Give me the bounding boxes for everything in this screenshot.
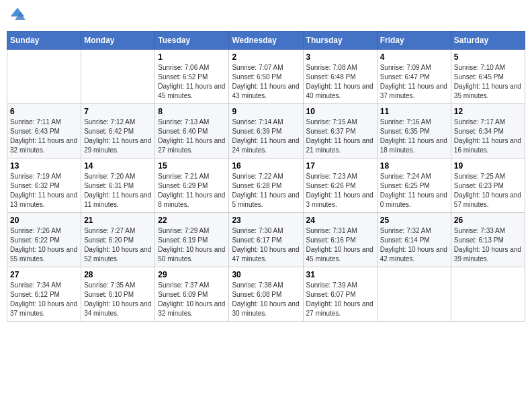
- logo-icon: [9, 7, 26, 23]
- day-number: 22: [158, 216, 226, 225]
- calendar-cell: 3Sunrise: 7:08 AM Sunset: 6:48 PM Daylig…: [303, 50, 377, 104]
- calendar-cell: 15Sunrise: 7:21 AM Sunset: 6:29 PM Dayli…: [155, 158, 229, 213]
- day-number: 20: [10, 216, 78, 225]
- day-info: Sunrise: 7:13 AM Sunset: 6:40 PM Dayligh…: [158, 118, 226, 155]
- day-number: 25: [380, 216, 448, 225]
- calendar-week-row: 1Sunrise: 7:06 AM Sunset: 6:52 PM Daylig…: [7, 50, 525, 104]
- calendar-cell: 16Sunrise: 7:22 AM Sunset: 6:28 PM Dayli…: [229, 158, 303, 213]
- calendar-cell: 30Sunrise: 7:38 AM Sunset: 6:08 PM Dayli…: [229, 267, 303, 322]
- page-header: [7, 7, 525, 26]
- calendar-cell: 23Sunrise: 7:30 AM Sunset: 6:17 PM Dayli…: [229, 213, 303, 267]
- calendar-cell: 26Sunrise: 7:33 AM Sunset: 6:13 PM Dayli…: [451, 213, 525, 267]
- day-info: Sunrise: 7:17 AM Sunset: 6:34 PM Dayligh…: [454, 118, 522, 155]
- day-number: 16: [232, 161, 300, 171]
- day-info: Sunrise: 7:23 AM Sunset: 6:26 PM Dayligh…: [306, 172, 374, 210]
- weekday-header-sunday: Sunday: [7, 32, 81, 50]
- day-number: 4: [380, 52, 448, 62]
- day-info: Sunrise: 7:27 AM Sunset: 6:20 PM Dayligh…: [84, 226, 152, 264]
- calendar-cell: 18Sunrise: 7:24 AM Sunset: 6:25 PM Dayli…: [377, 158, 451, 213]
- day-info: Sunrise: 7:20 AM Sunset: 6:31 PM Dayligh…: [84, 172, 152, 210]
- day-number: 29: [158, 270, 226, 279]
- weekday-header-saturday: Saturday: [451, 32, 525, 50]
- calendar-cell: 6Sunrise: 7:11 AM Sunset: 6:43 PM Daylig…: [7, 104, 81, 158]
- calendar-cell: 17Sunrise: 7:23 AM Sunset: 6:26 PM Dayli…: [303, 158, 377, 213]
- calendar-cell: 12Sunrise: 7:17 AM Sunset: 6:34 PM Dayli…: [451, 104, 525, 158]
- day-info: Sunrise: 7:26 AM Sunset: 6:22 PM Dayligh…: [10, 226, 78, 264]
- day-info: Sunrise: 7:29 AM Sunset: 6:19 PM Dayligh…: [158, 226, 226, 264]
- day-number: 8: [158, 107, 226, 116]
- calendar-cell: 28Sunrise: 7:35 AM Sunset: 6:10 PM Dayli…: [81, 267, 155, 322]
- calendar-cell: 1Sunrise: 7:06 AM Sunset: 6:52 PM Daylig…: [155, 50, 229, 104]
- day-info: Sunrise: 7:06 AM Sunset: 6:52 PM Dayligh…: [158, 63, 226, 101]
- calendar-cell: 20Sunrise: 7:26 AM Sunset: 6:22 PM Dayli…: [7, 213, 81, 267]
- day-number: 5: [454, 52, 522, 62]
- day-info: Sunrise: 7:10 AM Sunset: 6:45 PM Dayligh…: [454, 63, 522, 101]
- day-number: 13: [10, 161, 78, 171]
- weekday-header-friday: Friday: [377, 32, 451, 50]
- calendar-cell: 2Sunrise: 7:07 AM Sunset: 6:50 PM Daylig…: [229, 50, 303, 104]
- calendar-week-row: 20Sunrise: 7:26 AM Sunset: 6:22 PM Dayli…: [7, 213, 525, 267]
- calendar-week-row: 27Sunrise: 7:34 AM Sunset: 6:12 PM Dayli…: [7, 267, 525, 322]
- day-number: 1: [158, 52, 226, 62]
- day-info: Sunrise: 7:25 AM Sunset: 6:23 PM Dayligh…: [454, 172, 522, 210]
- calendar-table: SundayMondayTuesdayWednesdayThursdayFrid…: [7, 31, 525, 322]
- calendar-cell: [451, 267, 525, 322]
- day-info: Sunrise: 7:24 AM Sunset: 6:25 PM Dayligh…: [380, 172, 448, 210]
- calendar-cell: 7Sunrise: 7:12 AM Sunset: 6:42 PM Daylig…: [81, 104, 155, 158]
- day-info: Sunrise: 7:38 AM Sunset: 6:08 PM Dayligh…: [232, 281, 300, 318]
- day-number: 2: [232, 52, 300, 62]
- day-info: Sunrise: 7:31 AM Sunset: 6:16 PM Dayligh…: [306, 226, 374, 264]
- day-number: 21: [84, 216, 152, 225]
- calendar-cell: [81, 50, 155, 104]
- day-number: 30: [232, 270, 300, 279]
- logo: [9, 7, 27, 26]
- calendar-header-row: SundayMondayTuesdayWednesdayThursdayFrid…: [7, 32, 525, 50]
- weekday-header-wednesday: Wednesday: [229, 32, 303, 50]
- day-info: Sunrise: 7:12 AM Sunset: 6:42 PM Dayligh…: [84, 118, 152, 155]
- day-number: 14: [84, 161, 152, 171]
- day-number: 28: [84, 270, 152, 279]
- calendar-cell: 9Sunrise: 7:14 AM Sunset: 6:39 PM Daylig…: [229, 104, 303, 158]
- calendar-cell: 29Sunrise: 7:37 AM Sunset: 6:09 PM Dayli…: [155, 267, 229, 322]
- calendar-cell: 31Sunrise: 7:39 AM Sunset: 6:07 PM Dayli…: [303, 267, 377, 322]
- day-number: 31: [306, 270, 374, 279]
- calendar-cell: 8Sunrise: 7:13 AM Sunset: 6:40 PM Daylig…: [155, 104, 229, 158]
- day-number: 18: [380, 161, 448, 171]
- calendar-cell: [7, 50, 81, 104]
- day-info: Sunrise: 7:16 AM Sunset: 6:35 PM Dayligh…: [380, 118, 448, 155]
- day-info: Sunrise: 7:22 AM Sunset: 6:28 PM Dayligh…: [232, 172, 300, 210]
- day-info: Sunrise: 7:37 AM Sunset: 6:09 PM Dayligh…: [158, 281, 226, 318]
- day-number: 27: [10, 270, 78, 279]
- day-info: Sunrise: 7:30 AM Sunset: 6:17 PM Dayligh…: [232, 226, 300, 264]
- calendar-cell: 19Sunrise: 7:25 AM Sunset: 6:23 PM Dayli…: [451, 158, 525, 213]
- calendar-cell: 24Sunrise: 7:31 AM Sunset: 6:16 PM Dayli…: [303, 213, 377, 267]
- day-number: 17: [306, 161, 374, 171]
- day-number: 6: [10, 107, 78, 116]
- day-number: 7: [84, 107, 152, 116]
- day-number: 24: [306, 216, 374, 225]
- calendar-cell: 5Sunrise: 7:10 AM Sunset: 6:45 PM Daylig…: [451, 50, 525, 104]
- day-info: Sunrise: 7:39 AM Sunset: 6:07 PM Dayligh…: [306, 281, 374, 318]
- calendar-cell: 11Sunrise: 7:16 AM Sunset: 6:35 PM Dayli…: [377, 104, 451, 158]
- calendar-cell: [377, 267, 451, 322]
- day-number: 15: [158, 161, 226, 171]
- calendar-cell: 4Sunrise: 7:09 AM Sunset: 6:47 PM Daylig…: [377, 50, 451, 104]
- day-number: 3: [306, 52, 374, 62]
- day-info: Sunrise: 7:32 AM Sunset: 6:14 PM Dayligh…: [380, 226, 448, 264]
- calendar-week-row: 13Sunrise: 7:19 AM Sunset: 6:32 PM Dayli…: [7, 158, 525, 213]
- day-info: Sunrise: 7:19 AM Sunset: 6:32 PM Dayligh…: [10, 172, 78, 210]
- day-info: Sunrise: 7:21 AM Sunset: 6:29 PM Dayligh…: [158, 172, 226, 210]
- day-info: Sunrise: 7:08 AM Sunset: 6:48 PM Dayligh…: [306, 63, 374, 101]
- day-info: Sunrise: 7:34 AM Sunset: 6:12 PM Dayligh…: [10, 281, 78, 318]
- calendar-week-row: 6Sunrise: 7:11 AM Sunset: 6:43 PM Daylig…: [7, 104, 525, 158]
- day-info: Sunrise: 7:33 AM Sunset: 6:13 PM Dayligh…: [454, 226, 522, 264]
- day-number: 12: [454, 107, 522, 116]
- calendar-cell: 14Sunrise: 7:20 AM Sunset: 6:31 PM Dayli…: [81, 158, 155, 213]
- day-number: 9: [232, 107, 300, 116]
- day-number: 19: [454, 161, 522, 171]
- day-info: Sunrise: 7:14 AM Sunset: 6:39 PM Dayligh…: [232, 118, 300, 155]
- day-number: 26: [454, 216, 522, 225]
- day-number: 23: [232, 216, 300, 225]
- weekday-header-tuesday: Tuesday: [155, 32, 229, 50]
- calendar-cell: 21Sunrise: 7:27 AM Sunset: 6:20 PM Dayli…: [81, 213, 155, 267]
